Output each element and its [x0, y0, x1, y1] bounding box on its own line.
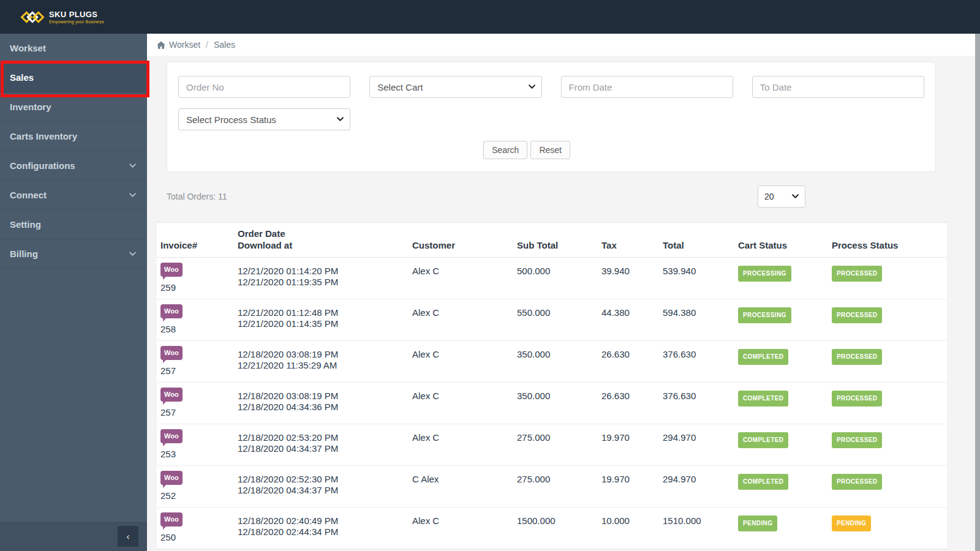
invoice-number: 250: [160, 532, 232, 543]
header-invoice: Invoice#: [157, 239, 238, 257]
sidebar-item-label: Billing: [10, 249, 38, 259]
customer-name: Alex C: [412, 258, 517, 299]
tax-value: 19.970: [601, 424, 663, 465]
tax-value: 39.940: [601, 258, 663, 299]
order-date: 12/21/2020 01:14:20 PM: [238, 266, 406, 277]
sidebar-item-sales[interactable]: Sales: [0, 63, 147, 92]
download-date: 12/18/2020 04:34:37 PM: [238, 485, 406, 496]
sidebar-nav: Workset Sales Inventory Carts Inventory …: [0, 34, 147, 269]
cart-select-wrap: Select Cart: [369, 76, 541, 98]
orders-table: Invoice# Order Date Download at Customer…: [157, 222, 947, 549]
reset-button[interactable]: Reset: [530, 141, 570, 159]
order-no-input[interactable]: [178, 76, 350, 98]
header-order-date: Order Date Download at: [238, 228, 412, 257]
sidebar-item-inventory[interactable]: Inventory: [0, 92, 147, 122]
total-value: 294.970: [663, 424, 738, 465]
from-date-input[interactable]: [561, 76, 733, 98]
sidebar-item-configurations[interactable]: Configurations: [0, 151, 147, 181]
table-row: Woo 253 12/18/2020 02:53:20 PM 12/18/202…: [157, 424, 947, 466]
home-icon: [157, 41, 165, 49]
process-status-select[interactable]: Select Process Status: [178, 108, 350, 130]
chevron-down-icon: [129, 193, 136, 197]
table-row: Woo 252 12/18/2020 02:52:30 PM 12/18/202…: [157, 466, 947, 508]
page-size-select[interactable]: 20: [758, 186, 805, 208]
total-orders-text: Total Orders: 11: [167, 192, 227, 201]
sidebar-item-carts-inventory[interactable]: Carts Inventory: [0, 122, 147, 151]
invoice-number: 252: [160, 490, 232, 501]
process-status-badge: PENDING: [832, 515, 871, 531]
sidebar-item-setting[interactable]: Setting: [0, 210, 147, 239]
orders-table-header: Invoice# Order Date Download at Customer…: [157, 223, 947, 258]
download-date: 12/18/2020 02:44:34 PM: [238, 527, 406, 538]
sidebar-item-billing[interactable]: Billing: [0, 239, 147, 269]
total-value: 1510.000: [663, 508, 738, 549]
tax-value: 10.000: [601, 508, 663, 549]
customer-name: Alex C: [412, 383, 517, 424]
sub-total-value: 550.000: [517, 299, 601, 340]
sub-total-value: 500.000: [517, 258, 601, 299]
sidebar-footer: ‹: [0, 522, 147, 551]
brand-name: SKU PLUGS: [49, 10, 104, 19]
customer-name: Alex C: [412, 424, 517, 465]
woocommerce-badge: Woo: [160, 346, 183, 360]
order-date: 12/18/2020 03:08:19 PM: [238, 391, 406, 402]
table-row: Woo 257 12/18/2020 03:08:19 PM 12/21/202…: [157, 341, 947, 383]
cart-select[interactable]: Select Cart: [369, 76, 541, 98]
invoice-number: 258: [160, 324, 232, 335]
to-date-input[interactable]: [752, 76, 924, 98]
sidebar-item-label: Carts Inventory: [10, 131, 77, 141]
cart-status-badge: COMPLETED: [738, 474, 788, 490]
sidebar-item-label: Sales: [10, 72, 34, 83]
woocommerce-badge: Woo: [160, 263, 183, 277]
breadcrumb: Workset / Sales: [147, 34, 980, 56]
order-date: 12/18/2020 02:53:20 PM: [238, 432, 406, 443]
header-sub-total: Sub Total: [517, 239, 601, 257]
sidebar-item-label: Inventory: [10, 102, 51, 112]
sidebar-item-connect[interactable]: Connect: [0, 181, 147, 210]
process-status-badge: PROCESSED: [832, 432, 882, 448]
download-date: 12/21/2020 01:14:35 PM: [238, 318, 406, 329]
woocommerce-badge: Woo: [160, 304, 183, 318]
total-value: 539.940: [663, 258, 738, 299]
breadcrumb-section[interactable]: Workset: [169, 40, 200, 50]
orders-table-body: Woo 259 12/21/2020 01:14:20 PM 12/21/202…: [157, 258, 947, 549]
order-date: 12/18/2020 03:08:19 PM: [238, 349, 406, 360]
scrollbar-thumb[interactable]: [975, 34, 980, 551]
main-content: Workset / Sales Select Cart Select Proce…: [147, 34, 980, 551]
tax-value: 44.380: [601, 299, 663, 340]
table-row: Woo 250 12/18/2020 02:40:49 PM 12/18/202…: [157, 508, 947, 549]
header-total: Total: [663, 239, 738, 257]
brand-logo[interactable]: SKU PLUGS Empowering your Business: [20, 9, 104, 26]
cart-status-badge: PROCESSING: [738, 266, 791, 282]
tax-value: 26.630: [601, 383, 663, 424]
process-status-badge: PROCESSED: [832, 349, 882, 365]
total-value: 294.970: [663, 466, 738, 507]
sub-total-value: 275.000: [517, 424, 601, 465]
summary-row: Total Orders: 11 20: [167, 186, 947, 208]
download-date: 12/21/2020 11:35:29 AM: [238, 360, 406, 371]
woocommerce-badge: Woo: [160, 471, 183, 485]
sidebar: Workset Sales Inventory Carts Inventory …: [0, 34, 147, 551]
sub-total-value: 350.000: [517, 341, 601, 382]
sidebar-item-label: Setting: [10, 219, 41, 230]
sidebar-spacer: [0, 269, 147, 522]
cart-status-badge: COMPLETED: [738, 349, 788, 365]
diamonds-logo-icon: [20, 9, 45, 26]
total-value: 594.380: [663, 299, 738, 340]
order-date: 12/18/2020 02:52:30 PM: [238, 474, 406, 485]
process-status-badge: PROCESSED: [832, 474, 882, 490]
header-process-status: Process Status: [832, 239, 947, 257]
filter-panel: Select Cart Select Process Status Search: [167, 62, 936, 172]
customer-name: C Alex: [412, 466, 517, 507]
total-value: 376.630: [663, 341, 738, 382]
process-status-badge: PROCESSED: [832, 307, 882, 323]
brand-tagline: Empowering your Business: [49, 20, 104, 24]
search-button[interactable]: Search: [483, 141, 527, 159]
topbar: SKU PLUGS Empowering your Business: [0, 0, 980, 34]
sidebar-item-workset[interactable]: Workset: [0, 34, 147, 63]
invoice-number: 257: [160, 365, 232, 377]
table-row: Woo 257 12/18/2020 03:08:19 PM 12/18/202…: [157, 383, 947, 424]
sidebar-collapse-button[interactable]: ‹: [118, 526, 138, 547]
download-date: 12/18/2020 04:34:36 PM: [238, 402, 406, 413]
cart-status-badge: PENDING: [738, 515, 777, 531]
